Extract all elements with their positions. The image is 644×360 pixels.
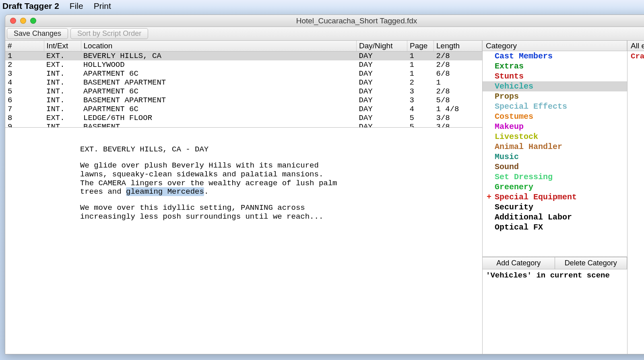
table-cell: 2 bbox=[407, 78, 434, 87]
col-header-intext[interactable]: Int/Ext bbox=[44, 41, 81, 52]
col-header-daynight[interactable]: Day/Night bbox=[357, 41, 407, 52]
table-cell: 5 bbox=[5, 87, 44, 96]
col-header-length[interactable]: Length bbox=[434, 41, 482, 52]
category-item[interactable]: Optical FX bbox=[483, 222, 627, 232]
category-item[interactable]: Additional Labor bbox=[483, 212, 627, 222]
table-cell: INT. bbox=[44, 122, 81, 128]
document-window: Hotel_Cucaracha_Short Tagged.fdx Save Ch… bbox=[5, 14, 644, 354]
table-cell: DAY bbox=[357, 105, 407, 114]
category-item[interactable]: Props bbox=[483, 91, 627, 101]
table-cell: 2/8 bbox=[434, 60, 482, 69]
elements-column: All elements Crane Camera bbox=[627, 41, 644, 354]
table-cell: 6/8 bbox=[434, 69, 482, 78]
category-label: Costumes bbox=[495, 112, 533, 121]
table-row[interactable]: 5INT.APARTMENT 6CDAY32/8 bbox=[5, 87, 482, 96]
table-cell: 1 bbox=[407, 69, 434, 78]
script-paragraph: We glide over plush Beverly Hills with i… bbox=[80, 161, 338, 197]
table-cell: BEVERLY HILLS, CA bbox=[81, 52, 357, 61]
element-item[interactable]: Crane Camera bbox=[627, 51, 644, 62]
table-cell: EXT. bbox=[44, 52, 81, 61]
table-cell: INT. bbox=[44, 105, 81, 114]
close-icon[interactable] bbox=[10, 18, 16, 24]
table-row[interactable]: 2EXT.HOLLYWOODDAY12/8 bbox=[5, 60, 482, 69]
category-item[interactable]: Animal Handler bbox=[483, 142, 627, 152]
table-cell: 3 bbox=[5, 69, 44, 78]
sort-by-script-order-button[interactable]: Sort by Script Order bbox=[70, 28, 148, 39]
category-item[interactable]: Extras bbox=[483, 61, 627, 71]
category-column-header[interactable]: Category bbox=[483, 41, 627, 51]
plus-icon: + bbox=[487, 192, 491, 202]
table-cell: 1 4/8 bbox=[434, 105, 482, 114]
category-buttons: Add Category Delete Category bbox=[483, 257, 627, 269]
menu-file[interactable]: File bbox=[70, 1, 83, 11]
table-cell: INT. bbox=[44, 96, 81, 105]
table-cell: 1 bbox=[407, 60, 434, 69]
table-cell: DAY bbox=[357, 69, 407, 78]
scene-elements-list[interactable] bbox=[483, 281, 627, 354]
category-label: Stunts bbox=[495, 72, 524, 81]
table-row[interactable]: 6INT.BASEMENT APARTMENTDAY35/8 bbox=[5, 96, 482, 105]
category-label: Livestock bbox=[495, 132, 538, 141]
window-title: Hotel_Cucaracha_Short Tagged.fdx bbox=[5, 17, 644, 25]
category-label: Special Equipment bbox=[495, 192, 577, 202]
category-item[interactable]: Sound bbox=[483, 162, 627, 172]
table-cell: INT. bbox=[44, 87, 81, 96]
category-item[interactable]: Vehicles bbox=[483, 81, 627, 91]
category-item[interactable]: Livestock bbox=[483, 132, 627, 142]
category-item[interactable]: Set Dressing bbox=[483, 172, 627, 182]
tagged-element-vehicles[interactable]: gleaming Mercedes bbox=[126, 187, 204, 196]
col-header-number[interactable]: # bbox=[5, 41, 44, 52]
table-cell: DAY bbox=[357, 52, 407, 61]
col-header-page[interactable]: Page bbox=[407, 41, 434, 52]
category-item[interactable]: Music bbox=[483, 152, 627, 162]
elements-column-header[interactable]: All elements bbox=[627, 41, 644, 51]
category-item[interactable]: Stunts bbox=[483, 71, 627, 81]
minimize-icon[interactable] bbox=[20, 18, 26, 24]
col-header-location[interactable]: Location bbox=[81, 41, 357, 52]
table-cell: APARTMENT 6C bbox=[81, 69, 357, 78]
table-cell: DAY bbox=[357, 96, 407, 105]
table-cell: DAY bbox=[357, 114, 407, 122]
table-row[interactable]: 9INT.BASEMENTDAY53/8 bbox=[5, 122, 482, 128]
table-cell: 9 bbox=[5, 122, 44, 128]
scene-table[interactable]: # Int/Ext Location Day/Night Page Length… bbox=[5, 41, 482, 128]
table-row[interactable]: 4INT.BASEMENT APARTMENTDAY21 bbox=[5, 78, 482, 87]
category-item[interactable]: +Special Equipment bbox=[483, 192, 627, 202]
category-item[interactable]: Security bbox=[483, 202, 627, 212]
table-row[interactable]: 7INT.APARTMENT 6CDAY41 4/8 bbox=[5, 105, 482, 114]
table-cell: BASEMENT APARTMENT bbox=[81, 78, 357, 87]
category-label: Extras bbox=[495, 62, 524, 71]
elements-list[interactable]: Crane Camera bbox=[627, 51, 644, 62]
zoom-icon[interactable] bbox=[30, 18, 36, 24]
system-menubar: Draft Tagger 2 File Print bbox=[0, 0, 644, 12]
category-item[interactable]: Greenery bbox=[483, 182, 627, 192]
table-cell: DAY bbox=[357, 87, 407, 96]
category-item[interactable]: Cast Members bbox=[483, 51, 627, 61]
add-category-button[interactable]: Add Category bbox=[483, 257, 555, 269]
table-row[interactable]: 8EXT.LEDGE/6TH FLOORDAY53/8 bbox=[5, 114, 482, 122]
window-traffic-lights bbox=[5, 18, 36, 24]
category-list[interactable]: Cast MembersExtrasStuntsVehiclesPropsSpe… bbox=[483, 51, 627, 257]
window-titlebar[interactable]: Hotel_Cucaracha_Short Tagged.fdx bbox=[5, 15, 644, 27]
table-cell: HOLLYWOOD bbox=[81, 60, 357, 69]
table-row[interactable]: 3INT.APARTMENT 6CDAY16/8 bbox=[5, 69, 482, 78]
script-paragraph: We move over this idyllic setting, PANNI… bbox=[80, 204, 338, 221]
table-cell: 3/8 bbox=[434, 122, 482, 128]
left-column: # Int/Ext Location Day/Night Page Length… bbox=[5, 41, 483, 354]
table-row[interactable]: 1EXT.BEVERLY HILLS, CADAY12/8 bbox=[5, 52, 482, 61]
category-label: Security bbox=[495, 203, 533, 212]
script-view[interactable]: EXT. BEVERLY HILLS, CA - DAY We glide ov… bbox=[5, 128, 482, 354]
category-item[interactable]: Special Effects bbox=[483, 101, 627, 112]
script-text: We move over this idyllic setting, PANNI… bbox=[80, 203, 323, 221]
save-changes-button[interactable]: Save Changes bbox=[7, 28, 68, 39]
delete-category-button[interactable]: Delete Category bbox=[555, 257, 627, 269]
main-content: # Int/Ext Location Day/Night Page Length… bbox=[5, 41, 644, 354]
table-cell: 1 bbox=[434, 78, 482, 87]
category-label: Music bbox=[495, 152, 519, 161]
menu-print[interactable]: Print bbox=[94, 1, 111, 11]
table-cell: DAY bbox=[357, 60, 407, 69]
category-item[interactable]: Costumes bbox=[483, 112, 627, 122]
scene-elements-header: 'Vehicles' in current scene bbox=[483, 269, 627, 281]
table-cell: 2 bbox=[5, 60, 44, 69]
category-item[interactable]: Makeup bbox=[483, 122, 627, 132]
